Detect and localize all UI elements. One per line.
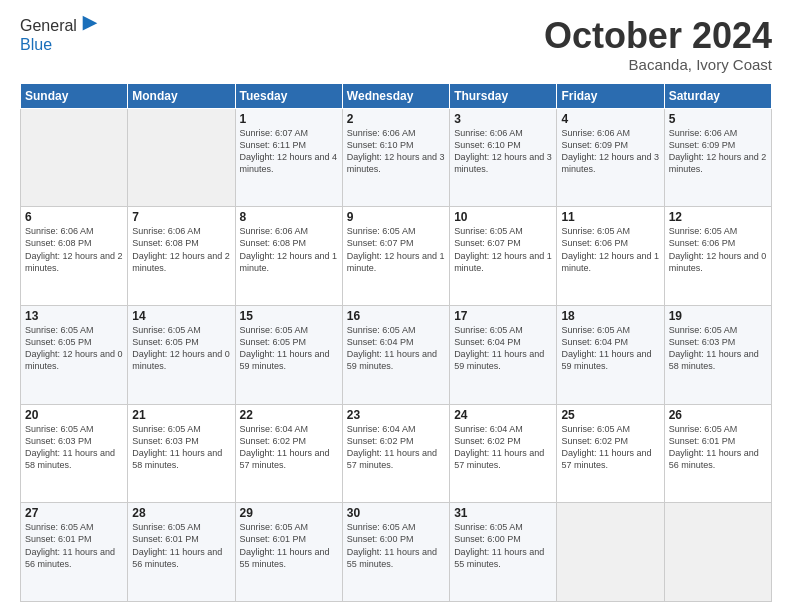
day-info: Sunrise: 6:05 AM Sunset: 6:05 PM Dayligh…: [132, 324, 230, 373]
day-info: Sunrise: 6:06 AM Sunset: 6:08 PM Dayligh…: [132, 225, 230, 274]
day-info: Sunrise: 6:06 AM Sunset: 6:09 PM Dayligh…: [561, 127, 659, 176]
day-info: Sunrise: 6:04 AM Sunset: 6:02 PM Dayligh…: [240, 423, 338, 472]
day-cell: 13Sunrise: 6:05 AM Sunset: 6:05 PM Dayli…: [21, 305, 128, 404]
day-cell: 2Sunrise: 6:06 AM Sunset: 6:10 PM Daylig…: [342, 108, 449, 207]
day-info: Sunrise: 6:05 AM Sunset: 6:04 PM Dayligh…: [454, 324, 552, 373]
day-info: Sunrise: 6:05 AM Sunset: 6:02 PM Dayligh…: [561, 423, 659, 472]
weekday-wednesday: Wednesday: [342, 83, 449, 108]
day-info: Sunrise: 6:05 AM Sunset: 6:00 PM Dayligh…: [347, 521, 445, 570]
day-info: Sunrise: 6:05 AM Sunset: 6:07 PM Dayligh…: [454, 225, 552, 274]
day-number: 5: [669, 112, 767, 126]
day-info: Sunrise: 6:06 AM Sunset: 6:09 PM Dayligh…: [669, 127, 767, 176]
day-cell: 19Sunrise: 6:05 AM Sunset: 6:03 PM Dayli…: [664, 305, 771, 404]
weekday-saturday: Saturday: [664, 83, 771, 108]
logo-blue: Blue: [20, 36, 101, 54]
day-cell: [21, 108, 128, 207]
day-cell: 28Sunrise: 6:05 AM Sunset: 6:01 PM Dayli…: [128, 503, 235, 602]
logo-flag-icon: [79, 14, 101, 36]
day-info: Sunrise: 6:05 AM Sunset: 6:07 PM Dayligh…: [347, 225, 445, 274]
day-info: Sunrise: 6:06 AM Sunset: 6:08 PM Dayligh…: [240, 225, 338, 274]
day-number: 24: [454, 408, 552, 422]
day-number: 31: [454, 506, 552, 520]
day-cell: 10Sunrise: 6:05 AM Sunset: 6:07 PM Dayli…: [450, 207, 557, 306]
week-row: 13Sunrise: 6:05 AM Sunset: 6:05 PM Dayli…: [21, 305, 772, 404]
day-cell: 20Sunrise: 6:05 AM Sunset: 6:03 PM Dayli…: [21, 404, 128, 503]
calendar-table: SundayMondayTuesdayWednesdayThursdayFrid…: [20, 83, 772, 602]
day-info: Sunrise: 6:06 AM Sunset: 6:10 PM Dayligh…: [347, 127, 445, 176]
day-cell: 8Sunrise: 6:06 AM Sunset: 6:08 PM Daylig…: [235, 207, 342, 306]
day-cell: 6Sunrise: 6:06 AM Sunset: 6:08 PM Daylig…: [21, 207, 128, 306]
weekday-sunday: Sunday: [21, 83, 128, 108]
day-info: Sunrise: 6:05 AM Sunset: 6:04 PM Dayligh…: [561, 324, 659, 373]
day-info: Sunrise: 6:05 AM Sunset: 6:00 PM Dayligh…: [454, 521, 552, 570]
day-info: Sunrise: 6:05 AM Sunset: 6:03 PM Dayligh…: [25, 423, 123, 472]
day-cell: 23Sunrise: 6:04 AM Sunset: 6:02 PM Dayli…: [342, 404, 449, 503]
day-info: Sunrise: 6:05 AM Sunset: 6:06 PM Dayligh…: [561, 225, 659, 274]
day-cell: 25Sunrise: 6:05 AM Sunset: 6:02 PM Dayli…: [557, 404, 664, 503]
day-number: 9: [347, 210, 445, 224]
day-number: 18: [561, 309, 659, 323]
calendar-body: 1Sunrise: 6:07 AM Sunset: 6:11 PM Daylig…: [21, 108, 772, 601]
title-block: October 2024 Bacanda, Ivory Coast: [544, 16, 772, 73]
day-info: Sunrise: 6:05 AM Sunset: 6:05 PM Dayligh…: [25, 324, 123, 373]
day-cell: 31Sunrise: 6:05 AM Sunset: 6:00 PM Dayli…: [450, 503, 557, 602]
day-cell: 22Sunrise: 6:04 AM Sunset: 6:02 PM Dayli…: [235, 404, 342, 503]
day-cell: 16Sunrise: 6:05 AM Sunset: 6:04 PM Dayli…: [342, 305, 449, 404]
day-number: 22: [240, 408, 338, 422]
svg-marker-0: [83, 16, 98, 31]
day-cell: 17Sunrise: 6:05 AM Sunset: 6:04 PM Dayli…: [450, 305, 557, 404]
day-cell: 14Sunrise: 6:05 AM Sunset: 6:05 PM Dayli…: [128, 305, 235, 404]
day-cell: 12Sunrise: 6:05 AM Sunset: 6:06 PM Dayli…: [664, 207, 771, 306]
day-number: 15: [240, 309, 338, 323]
day-number: 2: [347, 112, 445, 126]
day-cell: [664, 503, 771, 602]
location: Bacanda, Ivory Coast: [544, 56, 772, 73]
day-cell: [128, 108, 235, 207]
weekday-header-row: SundayMondayTuesdayWednesdayThursdayFrid…: [21, 83, 772, 108]
day-cell: 4Sunrise: 6:06 AM Sunset: 6:09 PM Daylig…: [557, 108, 664, 207]
week-row: 27Sunrise: 6:05 AM Sunset: 6:01 PM Dayli…: [21, 503, 772, 602]
calendar-page: General Blue October 2024 Bacanda, Ivory…: [0, 0, 792, 612]
day-number: 8: [240, 210, 338, 224]
day-cell: [557, 503, 664, 602]
day-number: 14: [132, 309, 230, 323]
weekday-monday: Monday: [128, 83, 235, 108]
day-info: Sunrise: 6:05 AM Sunset: 6:04 PM Dayligh…: [347, 324, 445, 373]
logo-general: General: [20, 17, 77, 35]
day-cell: 3Sunrise: 6:06 AM Sunset: 6:10 PM Daylig…: [450, 108, 557, 207]
day-cell: 24Sunrise: 6:04 AM Sunset: 6:02 PM Dayli…: [450, 404, 557, 503]
day-info: Sunrise: 6:05 AM Sunset: 6:03 PM Dayligh…: [669, 324, 767, 373]
week-row: 1Sunrise: 6:07 AM Sunset: 6:11 PM Daylig…: [21, 108, 772, 207]
day-cell: 18Sunrise: 6:05 AM Sunset: 6:04 PM Dayli…: [557, 305, 664, 404]
day-number: 23: [347, 408, 445, 422]
day-number: 12: [669, 210, 767, 224]
day-number: 21: [132, 408, 230, 422]
weekday-friday: Friday: [557, 83, 664, 108]
day-info: Sunrise: 6:05 AM Sunset: 6:06 PM Dayligh…: [669, 225, 767, 274]
day-cell: 27Sunrise: 6:05 AM Sunset: 6:01 PM Dayli…: [21, 503, 128, 602]
day-cell: 29Sunrise: 6:05 AM Sunset: 6:01 PM Dayli…: [235, 503, 342, 602]
day-info: Sunrise: 6:04 AM Sunset: 6:02 PM Dayligh…: [347, 423, 445, 472]
day-number: 3: [454, 112, 552, 126]
day-number: 11: [561, 210, 659, 224]
day-cell: 11Sunrise: 6:05 AM Sunset: 6:06 PM Dayli…: [557, 207, 664, 306]
day-number: 4: [561, 112, 659, 126]
day-number: 29: [240, 506, 338, 520]
day-info: Sunrise: 6:06 AM Sunset: 6:10 PM Dayligh…: [454, 127, 552, 176]
day-info: Sunrise: 6:05 AM Sunset: 6:03 PM Dayligh…: [132, 423, 230, 472]
day-number: 28: [132, 506, 230, 520]
day-info: Sunrise: 6:06 AM Sunset: 6:08 PM Dayligh…: [25, 225, 123, 274]
day-number: 20: [25, 408, 123, 422]
day-number: 26: [669, 408, 767, 422]
logo: General Blue: [20, 16, 101, 54]
day-cell: 26Sunrise: 6:05 AM Sunset: 6:01 PM Dayli…: [664, 404, 771, 503]
day-info: Sunrise: 6:05 AM Sunset: 6:01 PM Dayligh…: [669, 423, 767, 472]
day-cell: 30Sunrise: 6:05 AM Sunset: 6:00 PM Dayli…: [342, 503, 449, 602]
day-cell: 21Sunrise: 6:05 AM Sunset: 6:03 PM Dayli…: [128, 404, 235, 503]
day-number: 16: [347, 309, 445, 323]
day-cell: 1Sunrise: 6:07 AM Sunset: 6:11 PM Daylig…: [235, 108, 342, 207]
weekday-tuesday: Tuesday: [235, 83, 342, 108]
day-info: Sunrise: 6:05 AM Sunset: 6:01 PM Dayligh…: [25, 521, 123, 570]
week-row: 20Sunrise: 6:05 AM Sunset: 6:03 PM Dayli…: [21, 404, 772, 503]
day-info: Sunrise: 6:04 AM Sunset: 6:02 PM Dayligh…: [454, 423, 552, 472]
